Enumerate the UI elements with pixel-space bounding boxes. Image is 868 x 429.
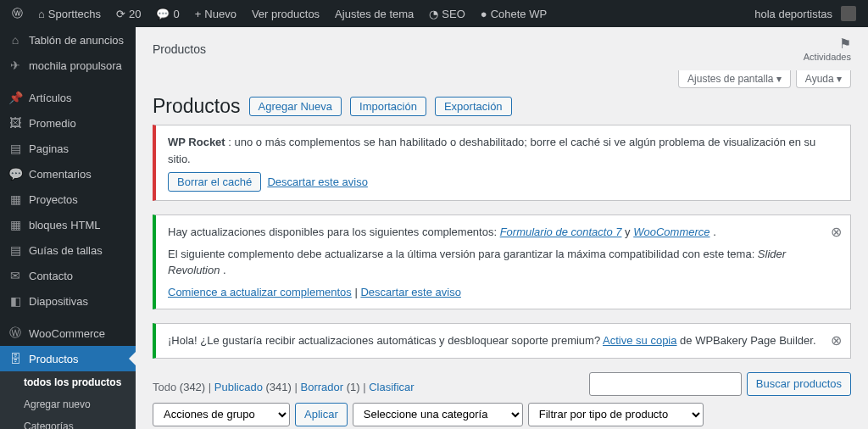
user-greeting[interactable]: hola deportistas [749, 0, 861, 27]
updates-notice: ⊗ Hay actualizaciones disponibles para l… [153, 214, 851, 309]
submenu-all-products[interactable]: todos los productos [0, 371, 136, 393]
admin-sidebar: ⌂Tablón de anuncios ✈mochila propulsora … [0, 27, 136, 429]
page-title-row: Productos Agregar Nueva Importación Expo… [153, 95, 851, 118]
sidebar-item-contact[interactable]: ✉Contacto [0, 263, 136, 288]
screen-options-button[interactable]: Ajustes de pantalla ▾ [678, 70, 791, 88]
updates-link[interactable]: ⟳ 20 [111, 0, 146, 27]
sidebar-item-pages[interactable]: ▤Paginas [0, 136, 136, 161]
sidebar-item-html-blocks[interactable]: ▦bloques HTML [0, 212, 136, 237]
apply-button[interactable]: Aplicar [295, 403, 348, 426]
wp-rocket-notice: WP Rocket : uno o más complementos se ha… [153, 125, 851, 201]
main-content: Productos ⚑ Actividades Ajustes de panta… [136, 27, 868, 429]
cf7-link[interactable]: Formulario de contacto 7 [500, 226, 622, 238]
guide-icon: ▤ [8, 243, 22, 257]
sidebar-item-dashboard[interactable]: ⌂Tablón de anuncios [0, 27, 136, 53]
filter-borrador[interactable]: Borrador [301, 381, 344, 393]
export-button[interactable]: Exportación [435, 97, 512, 116]
sidebar-item-comments[interactable]: 💬Comentarios [0, 161, 136, 187]
grid-icon: ▦ [8, 218, 22, 231]
theme-settings-link[interactable]: Ajustes de tema [330, 0, 419, 27]
wp-logo[interactable]: ⓦ [7, 0, 28, 27]
pin-icon: 📌 [8, 91, 22, 104]
dismiss-rocket-link[interactable]: Descartar este aviso [267, 176, 368, 188]
close-icon[interactable]: ⊗ [831, 222, 842, 242]
pages-icon: ▤ [8, 142, 22, 155]
submenu-add-new[interactable]: Agregar nuevo [0, 393, 136, 415]
sidebar-item-products[interactable]: 🗄Productos [0, 346, 136, 371]
rocket-link[interactable]: ● Cohete WP [476, 0, 552, 27]
view-products-link[interactable]: Ver productos [247, 0, 325, 27]
bulk-actions-select[interactable]: Acciones de grupo [153, 403, 290, 426]
media-icon: 🖾 [8, 116, 22, 130]
slides-icon: ◧ [8, 294, 22, 308]
sidebar-item-posts[interactable]: 📌Artículos [0, 85, 136, 110]
category-filter-select[interactable]: Seleccione una categoría [353, 403, 523, 426]
products-submenu: todos los productos Agregar nuevo Catego… [0, 371, 136, 429]
wpbakery-notice: ⊗ ¡Hola! ¿Le gustaría recibir actualizac… [153, 323, 851, 359]
close-icon[interactable]: ⊗ [831, 331, 842, 351]
sidebar-item-size-guides[interactable]: ▤Guías de tallas [0, 237, 136, 263]
flag-icon: ⚑ [804, 36, 851, 52]
admin-toolbar: ⓦ ⌂ Sporttechs ⟳ 20 💬 0 + Nuevo Ver prod… [0, 0, 868, 27]
activities-panel[interactable]: ⚑ Actividades [804, 36, 851, 62]
breadcrumb: Productos [153, 42, 206, 56]
comments-icon: 💬 [8, 167, 22, 181]
filter-clasificar[interactable]: Clasificar [369, 381, 414, 393]
sidebar-item-woocommerce[interactable]: ⓌWooCommerce [0, 320, 136, 346]
new-link[interactable]: + Nuevo [190, 0, 242, 27]
help-button[interactable]: Ayuda ▾ [796, 70, 851, 88]
page-title: Productos [153, 95, 241, 118]
add-new-button[interactable]: Agregar Nueva [249, 97, 342, 116]
start-updating-link[interactable]: Comience a actualizar complementos [168, 286, 352, 298]
jetpack-icon: ✈ [8, 58, 22, 72]
archive-icon: 🗄 [8, 352, 22, 365]
search-button[interactable]: Buscar productos [747, 372, 851, 396]
wc-link[interactable]: WooCommerce [633, 226, 709, 238]
seo-link[interactable]: ◔ SEO [424, 0, 470, 27]
activate-copy-link[interactable]: Active su copia [603, 334, 676, 347]
sidebar-item-media[interactable]: 🖾Promedio [0, 110, 136, 136]
filter-publicado[interactable]: Publicado [214, 381, 263, 393]
type-filter-select[interactable]: Filtrar por tipo de producto [528, 403, 704, 426]
search-input[interactable] [589, 372, 742, 396]
sidebar-item-projects[interactable]: ▦Proyectos [0, 187, 136, 212]
import-button[interactable]: Importación [350, 97, 426, 116]
dismiss-updates-link[interactable]: Descartar este aviso [360, 286, 461, 298]
grid-icon: ▦ [8, 192, 22, 206]
sidebar-item-slides[interactable]: ◧Diapositivas [0, 288, 136, 314]
submenu-categories[interactable]: Categorías [0, 415, 136, 429]
site-name[interactable]: ⌂ Sporttechs [33, 0, 106, 27]
woo-icon: Ⓦ [8, 326, 22, 340]
clear-cache-button[interactable]: Borrar el caché [168, 172, 261, 192]
view-filters: Todo (342) | Publicado (341) | Borrador … [153, 381, 415, 393]
sidebar-item-jetpack[interactable]: ✈mochila propulsora [0, 53, 136, 78]
envelope-icon: ✉ [8, 269, 22, 282]
home-icon: ⌂ [8, 33, 22, 47]
comments-link[interactable]: 💬 0 [151, 0, 184, 27]
